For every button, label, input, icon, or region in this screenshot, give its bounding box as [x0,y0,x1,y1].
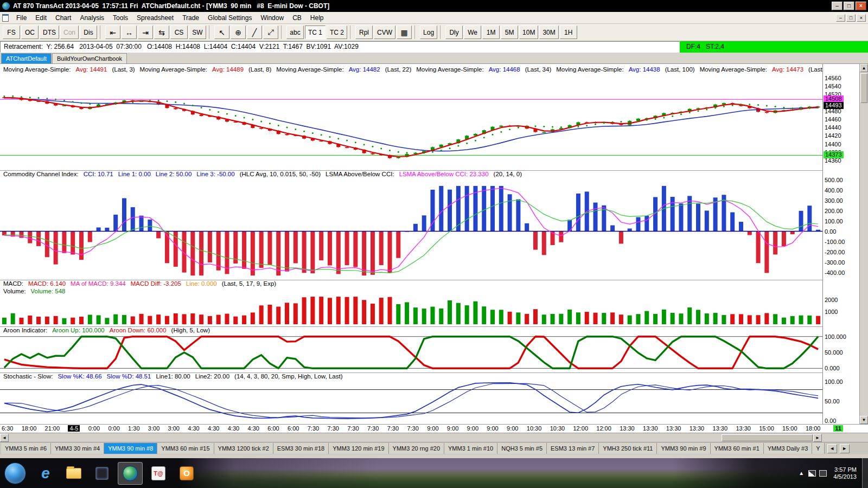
taskbar-clock[interactable]: 3:57 PM 4/5/2013 [833,466,857,480]
tc2-button[interactable]: TC 2 [327,25,347,39]
menu-help[interactable]: Help [306,13,328,23]
menu-window[interactable]: Window [256,13,288,23]
chart-tab[interactable]: YMM3 90 min #8 [104,443,157,454]
disconnect-button[interactable]: Dis [80,25,97,39]
tc1-button[interactable]: TC 1 [305,25,326,39]
menu-trade[interactable]: Trade [178,13,203,23]
fs-button[interactable]: FS [3,25,20,39]
cci-panel[interactable] [0,175,822,278]
scroll-to-start-icon[interactable]: ⇤ [105,25,120,39]
menu-analysis[interactable]: Analysis [75,13,108,23]
connect-button[interactable]: Con [60,25,79,39]
axis-tick-label: 50.000 [825,349,843,356]
ray-line-tool-icon[interactable]: ⤢ [263,25,278,39]
vertical-scrollbar-thumb[interactable] [860,73,867,103]
show-desktop-button[interactable] [862,458,868,488]
one-month-button[interactable]: 1M [482,25,500,39]
trendline-tool-icon[interactable]: ╱ [247,25,262,39]
task-ta-app-icon[interactable]: T@ [146,462,171,485]
network-icon[interactable] [808,470,816,477]
title-bar[interactable]: AT 870 TransAct 2013-04-05 17:57:11 Fri … [0,0,868,12]
minimize-button[interactable]: – [832,2,843,10]
menu-chart[interactable]: Chart [51,13,75,23]
thirty-min-button[interactable]: 30M [539,25,558,39]
menu-tools[interactable]: Tools [108,13,132,23]
task-outlook-icon[interactable]: O [174,462,199,485]
scroll-right-icon[interactable]: ► [813,434,822,442]
scroll-left-icon[interactable]: ◄ [0,434,9,442]
weekly-button[interactable]: We [464,25,481,39]
cvw-button[interactable]: CVW [374,25,395,39]
aroon-panel[interactable] [0,334,822,371]
chart-tab[interactable]: Y [812,443,824,454]
menu-cb[interactable]: CB [288,13,306,23]
chartbook-tab-atchartdefault[interactable]: ATChartDefault [1,53,52,63]
crosshair-tool-icon[interactable]: ⊕ [231,25,246,39]
time-axis[interactable]: 6:3018:0021:004-50:000:001:303:003:004:3… [0,424,868,433]
tray-chevron-icon[interactable]: ▲ [799,470,804,476]
indicator-value: Moving Average-Simple: [556,66,623,73]
oc-button[interactable]: OC [21,25,39,39]
expand-bars-icon[interactable]: ↔ [122,25,137,39]
chart-tab[interactable]: YMM3 30 min #4 [51,443,104,454]
chart-tab[interactable]: YMM3 1200 tick #2 [214,443,273,454]
text-tool-button[interactable]: abc [286,25,304,39]
volume-panel[interactable] [0,296,822,324]
chart-tab[interactable]: NQH3 5 min #5 [497,443,547,454]
chart-tab[interactable]: YMM3 20 rng #20 [389,443,444,454]
five-min-button[interactable]: 5M [501,25,518,39]
dts-button[interactable]: DTS [40,25,59,39]
task-media-app-icon[interactable] [90,462,114,485]
sw-button[interactable]: SW [189,25,206,39]
chart-tab[interactable]: YMM3 Daily #3 [764,443,813,454]
mdi-restore-button[interactable]: □ [846,14,856,22]
chart-tab[interactable]: YMM3 60 min #1 [711,443,764,454]
ten-min-button[interactable]: 10M [519,25,538,39]
tab-scroll-left-icon[interactable]: ◄ [827,444,837,453]
menu-spreadsheet[interactable]: Spreadsheet [132,13,178,23]
start-button-icon[interactable] [4,463,26,484]
scroll-down-icon[interactable]: ▼ [860,416,868,424]
menu-file[interactable]: File [12,13,31,23]
log-button[interactable]: Log [420,25,437,39]
close-button[interactable]: × [856,2,866,10]
menu-edit[interactable]: Edit [31,13,51,23]
chart-area[interactable]: Moving Average-Simple:Avg: 14491(Last, 3… [0,64,822,424]
chart-tab[interactable]: ESM3 30 min #18 [273,443,329,454]
restore-button[interactable]: □ [844,2,854,10]
chart-tab[interactable]: YMM3 1 min #10 [444,443,497,454]
pointer-tool-icon[interactable]: ↖ [214,25,229,39]
price-axis[interactable]: 1456014540145201450014480144601444014420… [822,64,859,424]
document-icon[interactable] [2,14,9,22]
chart-tab[interactable]: YMM3 60 min #15 [157,443,214,454]
horizontal-scrollbar-thumb[interactable] [722,434,813,441]
chart-tab[interactable]: YMM3 90 min #9 [657,443,710,454]
tab-scroll-right-icon[interactable]: ► [840,444,850,453]
chart-tab[interactable]: YMM3 5 min #6 [1,443,51,454]
task-transact-icon[interactable] [118,462,143,485]
chart-tab[interactable]: YMH3 250 tick #11 [599,443,657,454]
menu-global-settings[interactable]: Global Settings [203,13,256,23]
scroll-up-icon[interactable]: ▲ [860,64,868,72]
task-internet-explorer-icon[interactable]: e [33,462,58,485]
stochastic-panel[interactable] [0,380,822,423]
mdi-minimize-button[interactable]: – [836,14,845,22]
price-panel[interactable] [0,76,822,163]
indicator-value: Commodity Channel Index: [3,171,79,177]
horizontal-scrollbar[interactable]: ◄ ► [0,433,868,442]
chart-tab[interactable]: YMM3 120 min #19 [329,443,388,454]
tpo-grid-icon[interactable]: ▦ [397,25,412,39]
volume-icon[interactable] [819,470,827,477]
shift-bars-icon[interactable]: ⇆ [154,25,169,39]
cs-button[interactable]: CS [170,25,188,39]
mdi-close-button[interactable]: × [857,14,866,22]
task-file-explorer-icon[interactable] [61,462,86,485]
chart-tab[interactable]: ESM3 13 min #7 [547,443,599,454]
replay-button[interactable]: Rpl [355,25,373,39]
one-hour-button[interactable]: 1H [560,25,577,39]
daily-button[interactable]: Dly [445,25,463,39]
time-label: 9:00 [427,425,438,432]
vertical-scrollbar[interactable]: ▲ ▼ [859,64,868,424]
chartbook-tab-buildyourownchartbook[interactable]: BuildYourOwnChartbook [52,53,127,63]
scroll-to-end-icon[interactable]: ⇥ [138,25,153,39]
